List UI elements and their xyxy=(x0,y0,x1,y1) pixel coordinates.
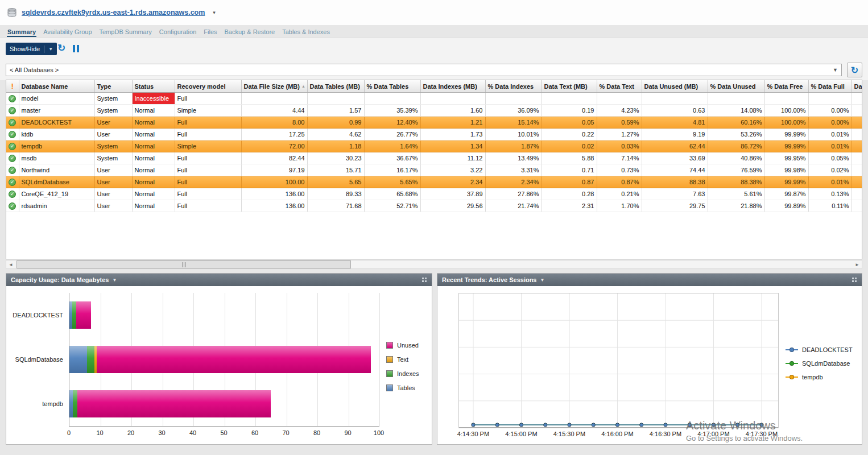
server-name-link[interactable]: sqldevrds.czvftek9yrdx.us-east-1.rds.ama… xyxy=(22,9,205,16)
x-tick-label: 30 xyxy=(158,429,165,436)
scrollbar-track[interactable] xyxy=(15,260,853,268)
scrollbar-thumb[interactable] xyxy=(16,260,351,268)
status-ok-icon: ✓ xyxy=(9,167,16,174)
tab-backup-restore[interactable]: Backup & Restore xyxy=(224,28,276,37)
cell-recovery-model: Simple xyxy=(175,140,241,152)
scrollbar-grip-icon xyxy=(184,262,184,267)
table-row-coreqe-412-19[interactable]: ✓CoreQE_412_19UserNormalFull136.0089.336… xyxy=(6,188,862,200)
cell-value: 16.17% xyxy=(364,164,420,176)
tab-tempdb-summary[interactable]: TempDB Summary xyxy=(99,28,152,37)
bar-segment-indexes xyxy=(87,346,94,373)
column-header-data-text[interactable]: % Data Text xyxy=(597,80,642,93)
scroll-left-arrow-icon[interactable]: ◄ xyxy=(6,260,15,268)
cell-recovery-model: Full xyxy=(175,200,241,212)
table-row-master[interactable]: ✓masterSystemNormalSimple4.441.5735.39%1… xyxy=(6,105,862,117)
table-row-model[interactable]: ✓modelSystemInaccessibleFull xyxy=(6,93,862,105)
cell-status: Normal xyxy=(132,129,175,140)
table-row-rdsadmin[interactable]: ✓rdsadminUserNormalFull136.0071.6852.71%… xyxy=(6,200,862,212)
chevron-down-icon[interactable]: ▼ xyxy=(112,278,117,283)
legend-item-deadlocktest: DEADLOCKTEST xyxy=(786,346,853,353)
scroll-right-arrow-icon[interactable]: ► xyxy=(853,260,862,268)
cell-value: 3.22 xyxy=(420,164,485,176)
horizontal-scrollbar[interactable]: ◄ ► xyxy=(6,260,862,269)
server-dropdown-chevron-icon[interactable]: ▾ xyxy=(213,10,216,15)
tab-tables-indexes[interactable]: Tables & Indexes xyxy=(282,28,330,37)
cell-value: 52.71% xyxy=(364,200,420,212)
tab-availability-group[interactable]: Availability Group xyxy=(43,28,92,37)
cell-value: 82.44 xyxy=(241,152,307,164)
trends-plot-area xyxy=(458,293,779,428)
column-header-data-tables-mb[interactable]: Data Tables (MB) xyxy=(307,80,364,93)
table-row-ktdb[interactable]: ✓ktdbUserNormalFull17.254.6226.77%1.7310… xyxy=(6,129,862,140)
legend-item-unused: Unused xyxy=(386,342,419,349)
capacity-panel-header[interactable]: Capacity Usage: Data Megabytes ▼ xyxy=(6,274,432,286)
cell-database-name: master xyxy=(19,105,94,117)
table-row-deadlocktest[interactable]: ✓DEADLOCKTESTUserNormalFull8.000.9912.40… xyxy=(6,117,862,129)
x-tick-label: 4:15:30 PM xyxy=(553,431,585,437)
column-header-data-indexes-mb[interactable]: Data Indexes (MB) xyxy=(420,80,485,93)
tab-configuration[interactable]: Configuration xyxy=(159,28,197,37)
cell-value xyxy=(485,93,542,105)
cell-status: Normal xyxy=(132,176,175,188)
x-tick-label: 4:17:30 PM xyxy=(746,431,778,437)
cell-value: 1.21 xyxy=(420,117,485,129)
cell-value: 21.88% xyxy=(708,200,764,212)
show-hide-button[interactable]: Show/Hide ▼ xyxy=(6,43,57,55)
column-header-database-name[interactable]: Database Name xyxy=(19,80,94,93)
databases-table: !Database NameTypeStatusRecovery modelDa… xyxy=(6,80,862,212)
cell-value xyxy=(241,93,307,105)
cell-value: 88.38% xyxy=(708,176,764,188)
cell-clipped xyxy=(852,93,862,105)
table-row-sqldmdatabase[interactable]: ✓SQLdmDatabaseUserNormalFull100.005.655.… xyxy=(6,176,862,188)
cell-type: User xyxy=(94,200,132,212)
app-root: sqldevrds.czvftek9yrdx.us-east-1.rds.ama… xyxy=(0,0,868,455)
column-header-data-tables[interactable]: % Data Tables xyxy=(364,80,420,93)
column-header-data-indexes[interactable]: % Data Indexes xyxy=(485,80,542,93)
cell-value xyxy=(597,93,642,105)
cell-database-name: msdb xyxy=(19,152,94,164)
tab-summary[interactable]: Summary xyxy=(7,28,36,37)
legend-swatch-icon xyxy=(386,384,393,391)
panel-options-icon[interactable] xyxy=(852,278,857,283)
chevron-down-icon[interactable]: ▼ xyxy=(540,278,545,283)
tab-files[interactable]: Files xyxy=(203,28,217,37)
cell-database-name: tempdb xyxy=(19,140,94,152)
cell-value: 72.00 xyxy=(241,140,307,152)
column-header-type[interactable]: Type xyxy=(94,80,132,93)
cell-value: 1.64% xyxy=(364,140,420,152)
cell-value: 74.44 xyxy=(642,164,708,176)
cell-value: 0.21% xyxy=(597,188,642,200)
column-header-data[interactable]: Data xyxy=(852,80,862,93)
x-tick-label: 4:17:00 PM xyxy=(697,431,729,437)
table-row-tempdb[interactable]: ✓tempdbSystemNormalSimple72.001.181.64%1… xyxy=(6,140,862,152)
cell-database-name: rdsadmin xyxy=(19,200,94,212)
column-header-data-unused[interactable]: % Data Unused xyxy=(708,80,764,93)
panel-options-icon[interactable] xyxy=(422,278,427,283)
cell-value: 100.00% xyxy=(764,117,808,129)
column-header-data-free[interactable]: % Data Free xyxy=(764,80,808,93)
cell-type: User xyxy=(94,176,132,188)
cell-value: 0.87 xyxy=(542,176,597,188)
column-header-status[interactable]: Status xyxy=(132,80,175,93)
refresh-icon[interactable]: ↻ xyxy=(57,42,65,54)
cell-value: 71.68 xyxy=(307,200,364,212)
column-header-data-text-mb[interactable]: Data Text (MB) xyxy=(542,80,597,93)
cell-clipped xyxy=(852,200,862,212)
table-row-msdb[interactable]: ✓msdbSystemNormalFull82.4430.2336.67%11.… xyxy=(6,152,862,164)
trends-panel-header[interactable]: Recent Trends: Active Sessions ▼ xyxy=(437,274,862,286)
trends-panel-title: Recent Trends: Active Sessions xyxy=(442,276,537,283)
database-filter-select[interactable]: < All Databases > ▼ xyxy=(6,64,842,76)
cell-value xyxy=(642,93,708,105)
grid-refresh-button[interactable]: ↻ xyxy=(847,63,862,77)
legend-item-indexes: Indexes xyxy=(386,370,419,377)
cell-clipped xyxy=(852,140,862,152)
cell-value: 99.87% xyxy=(764,188,808,200)
column-header-data-full[interactable]: % Data Full xyxy=(808,80,852,93)
cell-value: 0.11% xyxy=(808,200,852,212)
table-row-northwind[interactable]: ✓NorthwindUserNormalFull97.1915.7116.17%… xyxy=(6,164,862,176)
column-header-recovery-model[interactable]: Recovery model xyxy=(175,80,241,93)
cell-database-name: Northwind xyxy=(19,164,94,176)
column-header-data-unused-mb[interactable]: Data Unused (MB) xyxy=(642,80,708,93)
column-header-data-file-size-mb[interactable]: Data File Size (MB)▲ xyxy=(241,80,307,93)
pause-icon[interactable] xyxy=(73,45,79,52)
